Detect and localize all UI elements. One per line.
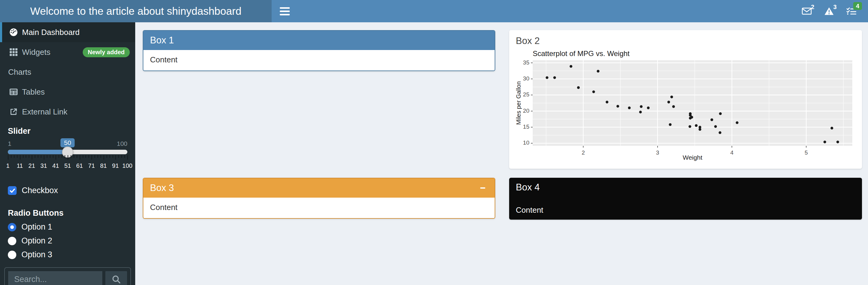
slider-grid-label: 91	[112, 163, 119, 169]
sidebar-item-tables[interactable]: Tables	[0, 82, 135, 102]
svg-text:2: 2	[582, 149, 585, 156]
notifications-menu[interactable]: 3	[818, 0, 840, 22]
radio-input[interactable]	[8, 237, 16, 245]
slider-max-label: 100	[117, 140, 127, 147]
navbar-right-icons: 2 3 4	[796, 0, 868, 22]
menu-icon	[280, 7, 290, 9]
slider-grid-label: 81	[100, 163, 107, 169]
slider-grid-label: 11	[17, 163, 23, 169]
slider-min-label: 1	[8, 140, 11, 147]
box-2-title: Box 2	[516, 36, 855, 46]
svg-text:Scatterplot of MPG vs. Weight: Scatterplot of MPG vs. Weight	[533, 49, 629, 58]
slider-label: Slider	[8, 127, 127, 136]
envelope-icon	[802, 7, 812, 15]
grid-icon	[8, 48, 19, 56]
radio-input[interactable]	[8, 223, 16, 231]
header: Welcome to the article about shinydashbo…	[0, 0, 868, 22]
slider-grid-label: 61	[76, 163, 83, 169]
svg-text:35: 35	[523, 59, 529, 66]
box-1-header: Box 1	[143, 31, 495, 50]
app-title: Welcome to the article about shinydashbo…	[0, 0, 272, 22]
box-4-content: Content	[516, 206, 855, 215]
box-1-content: Content	[143, 50, 495, 71]
svg-text:5: 5	[805, 149, 808, 156]
svg-text:20: 20	[523, 108, 529, 114]
slider-grid-label: 100	[122, 163, 132, 169]
box-4-title: Box 4	[516, 182, 855, 193]
minus-icon	[480, 187, 485, 188]
check-icon	[9, 188, 16, 194]
sidebar-item-label: External Link	[22, 107, 67, 116]
sidebar-item-widgets[interactable]: Widgets Newly added	[0, 42, 135, 62]
messages-count-badge: 2	[811, 4, 814, 10]
svg-text:4: 4	[731, 149, 734, 156]
sidebar-item-main-dashboard[interactable]: Main Dashboard	[0, 22, 135, 42]
external-link-icon	[8, 108, 19, 116]
box-3-header: Box 3	[143, 178, 495, 198]
sidebar-menu: Main Dashboard Widgets Newly added Chart…	[0, 22, 135, 122]
svg-text:10: 10	[523, 140, 529, 146]
warning-icon	[824, 7, 834, 15]
checkbox-row[interactable]: Checkbox	[8, 186, 127, 195]
sidebar-item-charts[interactable]: Charts	[0, 62, 135, 82]
svg-text:Miles per Gallon: Miles per Gallon	[516, 81, 522, 125]
notifications-count-badge: 3	[833, 4, 837, 10]
box-1: Box 1 Content	[143, 30, 495, 71]
table-icon	[8, 88, 19, 96]
radio-label: Option 2	[22, 236, 52, 246]
radio-group-label: Radio Buttons	[8, 209, 127, 218]
newly-added-badge: Newly added	[83, 47, 130, 57]
svg-text:3: 3	[656, 149, 659, 156]
slider-value-badge: 50	[60, 138, 74, 147]
checkbox-input[interactable]	[8, 186, 17, 195]
scatterplot-mpg-vs-weight: 1015202530352345Scatterplot of MPG vs. W…	[516, 49, 855, 165]
radio-label: Option 1	[22, 222, 52, 232]
box-3: Box 3 Content	[143, 178, 495, 219]
sidebar-toggle-button[interactable]	[272, 0, 298, 22]
search-icon	[112, 275, 121, 284]
tasks-menu[interactable]: 4	[840, 0, 863, 22]
box-4: Box 4 Content	[509, 178, 862, 220]
slider-grid-label: 51	[64, 163, 71, 169]
sidebar: Main Dashboard Widgets Newly added Chart…	[0, 22, 135, 285]
svg-text:25: 25	[523, 91, 529, 98]
search-input[interactable]	[8, 271, 102, 285]
slider-grid: 1112131415161718191100	[8, 155, 127, 173]
messages-menu[interactable]: 2	[796, 0, 818, 22]
checkbox-label: Checkbox	[22, 186, 58, 195]
radio-option-3[interactable]: Option 3	[8, 250, 127, 259]
sidebar-item-label: Widgets	[22, 47, 51, 57]
sidebar-item-label: Charts	[8, 68, 31, 77]
svg-text:30: 30	[523, 75, 529, 82]
slider-fill	[8, 150, 68, 154]
collapse-button[interactable]	[477, 183, 488, 193]
box-3-title: Box 3	[150, 183, 174, 193]
dashboard-icon	[8, 28, 19, 37]
search-button[interactable]	[105, 271, 127, 285]
tasks-count-badge: 4	[853, 2, 862, 10]
radio-option-2[interactable]: Option 2	[8, 236, 127, 246]
radio-option-1[interactable]: Option 1	[8, 222, 127, 232]
box-1-title: Box 1	[150, 35, 174, 46]
slider-widget: 1 50 100 1112131415161718191100	[8, 138, 127, 173]
slider-grid-label: 31	[40, 163, 47, 169]
box-3-content: Content	[143, 198, 495, 218]
radio-label: Option 3	[22, 250, 52, 259]
navbar: 2 3 4	[272, 0, 868, 22]
sidebar-item-label: Tables	[22, 87, 45, 97]
main-content: Box 1 Content Box 2 1015202530352345Scat…	[135, 22, 868, 285]
svg-text:Weight: Weight	[683, 154, 702, 161]
radio-input[interactable]	[8, 251, 16, 259]
sidebar-search-form	[4, 267, 131, 285]
box-2: Box 2 1015202530352345Scatterplot of MPG…	[509, 30, 862, 169]
slider-grid-label: 1	[6, 163, 9, 169]
slider-grid-label: 71	[88, 163, 95, 169]
slider-track[interactable]	[8, 150, 127, 154]
svg-text:15: 15	[523, 123, 529, 130]
sidebar-item-external-link[interactable]: External Link	[0, 102, 135, 122]
slider-grid-label: 41	[52, 163, 59, 169]
slider-grid-label: 21	[28, 163, 35, 169]
sidebar-item-label: Main Dashboard	[22, 28, 80, 37]
